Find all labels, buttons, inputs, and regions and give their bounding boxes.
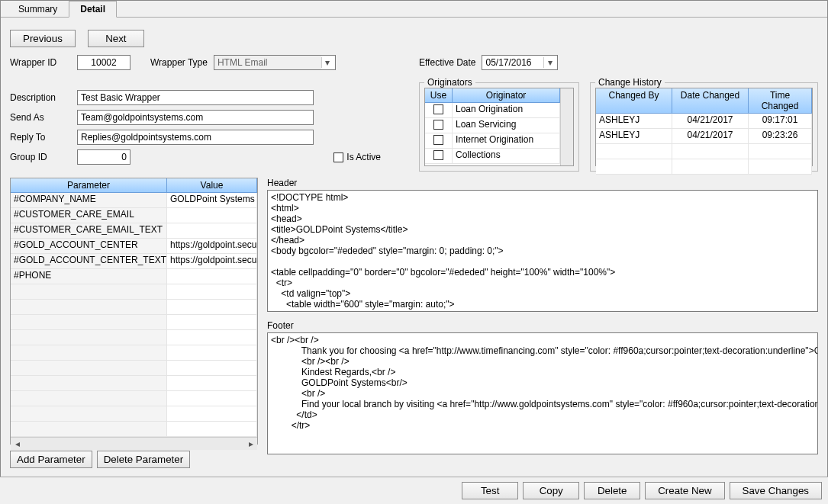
- parameter-row[interactable]: #CUSTOMER_CARE_EMAIL_TEXT: [11, 223, 257, 239]
- tab-detail[interactable]: Detail: [69, 1, 117, 18]
- next-button[interactable]: Next: [88, 30, 144, 47]
- chevron-down-icon: ▾: [543, 57, 556, 68]
- parameter-value-cell: [167, 208, 257, 223]
- delete-parameter-button[interactable]: Delete Parameter: [97, 451, 190, 468]
- empty-row: [596, 159, 812, 175]
- save-changes-button[interactable]: Save Changes: [730, 482, 822, 499]
- parameter-name-cell: #CUSTOMER_CARE_EMAIL: [11, 208, 167, 223]
- send-as-label: Send As: [10, 112, 71, 123]
- chevron-down-icon: ▾: [321, 57, 333, 68]
- parameter-name-cell: #CUSTOMER_CARE_EMAIL_TEXT: [11, 223, 167, 238]
- parameter-name-cell: #COMPANY_NAME: [11, 193, 167, 207]
- use-checkbox[interactable]: [425, 133, 453, 148]
- originators-legend: Originators: [424, 77, 475, 88]
- change-history-legend: Change History: [595, 77, 665, 88]
- empty-row: [11, 284, 257, 300]
- parameter-row[interactable]: #CUSTOMER_CARE_EMAIL: [11, 208, 257, 223]
- scrollbar-horizontal[interactable]: ◂ ▸: [11, 437, 257, 450]
- empty-row: [11, 376, 257, 391]
- tab-strip: Summary Detail: [1, 1, 827, 18]
- previous-button[interactable]: Previous: [10, 30, 76, 47]
- wrapper-id-field[interactable]: [77, 55, 130, 70]
- parameter-value-cell: [167, 223, 257, 238]
- parameter-value-cell: https://goldpoint.secure: [167, 254, 257, 268]
- empty-row: [11, 361, 257, 376]
- history-row[interactable]: ASHLEYJ04/21/201709:23:26: [596, 129, 812, 144]
- history-row[interactable]: ASHLEYJ04/21/201709:17:01: [596, 114, 812, 129]
- footer-textarea[interactable]: [267, 332, 818, 454]
- description-field[interactable]: [77, 90, 314, 105]
- add-parameter-button[interactable]: Add Parameter: [10, 451, 92, 468]
- parameter-name-cell: #GOLD_ACCOUNT_CENTER: [11, 239, 167, 253]
- parameter-value-cell: GOLDPoint Systems: [167, 193, 257, 207]
- scroll-right-icon: ▸: [244, 438, 257, 451]
- group-id-field[interactable]: [77, 149, 130, 165]
- reply-to-label: Reply To: [10, 132, 71, 143]
- empty-row: [11, 315, 257, 330]
- empty-row: [11, 330, 257, 345]
- parameter-value-cell: [167, 269, 257, 284]
- wrapper-type-label: Wrapper Type: [150, 57, 208, 68]
- footer-bar: Test Copy Delete Create New Save Changes: [0, 477, 828, 504]
- originator-row[interactable]: Internet Origination: [425, 133, 560, 149]
- test-button[interactable]: Test: [462, 482, 518, 499]
- empty-row: [11, 345, 257, 361]
- parameter-row[interactable]: #COMPANY_NAMEGOLDPoint Systems: [11, 193, 257, 208]
- ch-header-time-changed: Time Changed: [749, 88, 812, 114]
- empty-row: [11, 406, 257, 422]
- use-checkbox[interactable]: [425, 149, 453, 163]
- wrapper-id-label: Wrapper ID: [10, 57, 71, 68]
- footer-label: Footer: [267, 320, 818, 331]
- create-new-button[interactable]: Create New: [645, 482, 724, 499]
- parameters-grid[interactable]: Parameter Value #COMPANY_NAMEGOLDPoint S…: [10, 178, 258, 445]
- header-textarea[interactable]: [267, 190, 818, 312]
- originators-header-originator: Originator: [453, 88, 560, 103]
- empty-row: [596, 144, 812, 159]
- originator-name: Loan Servicing: [453, 118, 560, 133]
- originator-row[interactable]: Loan Servicing: [425, 118, 560, 133]
- changed-by-cell: ASHLEYJ: [596, 114, 672, 128]
- is-active-checkbox[interactable]: Is Active: [333, 152, 381, 162]
- originator-row[interactable]: Loan Origination: [425, 103, 560, 118]
- originator-name: Loan Origination: [453, 103, 560, 117]
- group-id-label: Group ID: [10, 152, 71, 162]
- date-changed-cell: 04/21/2017: [672, 114, 749, 128]
- date-changed-cell: 04/21/2017: [672, 129, 749, 143]
- use-checkbox[interactable]: [425, 118, 453, 133]
- originator-name: Internet Origination: [453, 133, 560, 148]
- use-checkbox[interactable]: [425, 103, 453, 117]
- change-history-grid[interactable]: Changed By Date Changed Time Changed ASH…: [595, 88, 813, 166]
- reply-to-field[interactable]: [77, 130, 314, 145]
- empty-row: [11, 422, 257, 437]
- originator-name: Collections: [453, 149, 560, 163]
- parameter-row[interactable]: #GOLD_ACCOUNT_CENTER_TEXThttps://goldpoi…: [11, 254, 257, 269]
- copy-button[interactable]: Copy: [523, 482, 579, 499]
- wrapper-type-select[interactable]: ▾: [214, 55, 336, 70]
- send-as-field[interactable]: [77, 110, 314, 125]
- time-changed-cell: 09:23:26: [749, 129, 812, 143]
- empty-row: [11, 300, 257, 315]
- parameter-value-cell: https://goldpoint.secure: [167, 239, 257, 253]
- parameter-row[interactable]: #GOLD_ACCOUNT_CENTERhttps://goldpoint.se…: [11, 239, 257, 254]
- parameter-row[interactable]: #PHONE: [11, 269, 257, 284]
- param-header-parameter: Parameter: [11, 178, 167, 193]
- tab-summary[interactable]: Summary: [7, 1, 69, 18]
- scrollbar[interactable]: [560, 88, 573, 165]
- effective-date-label: Effective Date: [419, 57, 475, 68]
- originators-group: Originators Use Originator Loan Originat…: [419, 82, 579, 172]
- originator-row[interactable]: Collections: [425, 149, 560, 164]
- empty-row: [11, 391, 257, 406]
- effective-date-picker[interactable]: ▾: [482, 55, 558, 70]
- change-history-group: Change History Changed By Date Changed T…: [590, 82, 818, 172]
- originators-header-use: Use: [425, 88, 453, 103]
- originators-grid[interactable]: Use Originator Loan OriginationLoan Serv…: [424, 88, 574, 166]
- parameter-name-cell: #PHONE: [11, 269, 167, 284]
- time-changed-cell: 09:17:01: [749, 114, 812, 128]
- ch-header-date-changed: Date Changed: [672, 88, 749, 114]
- delete-button[interactable]: Delete: [584, 482, 640, 499]
- changed-by-cell: ASHLEYJ: [596, 129, 672, 143]
- header-label: Header: [267, 178, 818, 188]
- parameter-name-cell: #GOLD_ACCOUNT_CENTER_TEXT: [11, 254, 167, 268]
- is-active-label: Is Active: [346, 152, 381, 162]
- ch-header-changed-by: Changed By: [596, 88, 672, 114]
